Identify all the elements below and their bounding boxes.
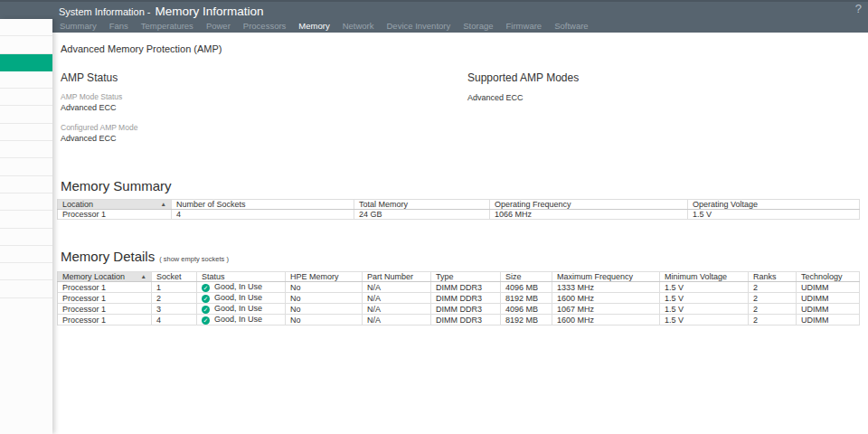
table-row: Processor 13✓Good, In UseNoN/ADIMM DDR34…	[58, 304, 860, 315]
cell: 8192 MB	[501, 315, 552, 326]
cell: Processor 1	[58, 293, 152, 304]
sidebar-item[interactable]	[0, 263, 52, 280]
tab-firmware[interactable]: Firmware	[506, 21, 542, 31]
cell: ✓Good, In Use	[197, 304, 286, 315]
column-header-number-of-sockets[interactable]: Number of Sockets	[172, 200, 354, 210]
column-header-label: Technology	[801, 272, 843, 281]
column-header-label: HPE Memory	[290, 272, 339, 281]
cell: UDIMM	[797, 293, 860, 304]
tab-software[interactable]: Software	[554, 21, 589, 31]
column-header-label: Part Number	[367, 272, 413, 281]
sidebar-item[interactable]	[0, 158, 52, 175]
cell: DIMM DDR3	[431, 293, 501, 304]
cell: DIMM DDR3	[431, 304, 501, 315]
column-header-size[interactable]: Size	[501, 272, 552, 282]
field-value: Advanced ECC	[61, 134, 467, 144]
sidebar-item[interactable]	[0, 246, 52, 263]
tab-power[interactable]: Power	[206, 21, 231, 31]
cell: 2	[749, 282, 797, 293]
sidebar-item[interactable]	[0, 36, 52, 53]
sidebar-item[interactable]	[0, 193, 52, 211]
tab-fans[interactable]: Fans	[109, 21, 128, 31]
column-header-operating-frequency[interactable]: Operating Frequency	[490, 200, 688, 210]
column-header-location[interactable]: Location▲	[58, 200, 172, 210]
cell: No	[286, 293, 363, 304]
column-header-label: Total Memory	[359, 200, 408, 209]
tab-network[interactable]: Network	[343, 21, 374, 31]
sort-ascending-icon: ▲	[141, 272, 146, 281]
cell: 1333 MHz	[552, 282, 660, 293]
column-header-label: Socket	[156, 272, 182, 281]
column-header-label: Number of Sockets	[176, 200, 246, 209]
table-row: Processor 1424 GB1066 MHz1.5 V	[58, 210, 860, 220]
cell: UDIMM	[797, 282, 860, 293]
cell: ✓Good, In Use	[197, 315, 286, 326]
cell: 1.5 V	[660, 315, 749, 326]
cell: 1.5 V	[660, 293, 749, 304]
cell: Processor 1	[58, 304, 152, 315]
top-header-bar: System Information - Memory Information …	[0, 0, 868, 33]
tab-processors[interactable]: Processors	[243, 21, 287, 31]
tab-bar: SummaryFansTemperaturesPowerProcessorsMe…	[52, 19, 868, 33]
amp-mode-status-field: AMP Mode Status Advanced ECC	[61, 92, 467, 113]
tab-summary[interactable]: Summary	[60, 21, 97, 31]
column-header-memory-location[interactable]: Memory Location▲	[58, 272, 152, 282]
memory-details-section: Memory Details ( show empty sockets ) Me…	[57, 249, 860, 326]
cell: 2	[152, 293, 197, 304]
cell: N/A	[363, 304, 431, 315]
cell: N/A	[363, 315, 431, 326]
page-title-row: System Information - Memory Information	[0, 2, 868, 19]
cell: 3	[152, 304, 197, 315]
sidebar-item[interactable]	[0, 229, 52, 246]
cell: ✓Good, In Use	[197, 293, 286, 304]
help-icon[interactable]: ?	[855, 2, 862, 15]
sidebar-item[interactable]	[0, 19, 52, 36]
sidebar-item[interactable]	[0, 176, 52, 193]
sidebar-item[interactable]	[0, 71, 52, 89]
column-header-label: Minimum Voltage	[665, 272, 727, 281]
column-header-type[interactable]: Type	[431, 272, 501, 282]
cell: 1.5 V	[688, 210, 860, 220]
column-header-label: Maximum Frequency	[557, 272, 633, 281]
column-header-hpe-memory[interactable]: HPE Memory	[286, 272, 363, 282]
column-header-socket[interactable]: Socket	[152, 272, 197, 282]
column-header-part-number[interactable]: Part Number	[363, 272, 431, 282]
sidebar-item[interactable]	[0, 124, 52, 141]
tab-memory[interactable]: Memory	[298, 21, 329, 31]
tab-device-inventory[interactable]: Device Inventory	[386, 21, 450, 31]
cell: No	[286, 315, 363, 326]
amp-status-heading: AMP Status	[61, 71, 467, 84]
column-header-technology[interactable]: Technology	[797, 272, 860, 282]
amp-section-title: Advanced Memory Protection (AMP)	[61, 43, 859, 55]
column-header-ranks[interactable]: Ranks	[749, 272, 797, 282]
column-header-total-memory[interactable]: Total Memory	[354, 200, 490, 210]
sidebar-item[interactable]	[0, 89, 52, 106]
sidebar-item[interactable]	[0, 211, 52, 228]
tab-storage[interactable]: Storage	[463, 21, 493, 31]
column-header-operating-voltage[interactable]: Operating Voltage	[688, 200, 860, 210]
field-label: AMP Mode Status	[61, 92, 467, 101]
cell: 4096 MB	[501, 282, 552, 293]
sidebar-item[interactable]	[0, 280, 52, 297]
cell: 1.5 V	[660, 282, 749, 293]
cell: DIMM DDR3	[431, 282, 501, 293]
memory-summary-table: Location▲Number of SocketsTotal MemoryOp…	[57, 199, 860, 220]
sidebar-item[interactable]	[0, 106, 52, 123]
cell: Processor 1	[58, 315, 152, 326]
supported-amp-modes-heading: Supported AMP Modes	[467, 71, 579, 84]
show-empty-sockets-toggle[interactable]: ( show empty sockets )	[159, 255, 229, 263]
memory-summary-title: Memory Summary	[57, 178, 860, 193]
sidebar-item[interactable]	[0, 141, 52, 158]
column-header-status[interactable]: Status	[197, 272, 286, 282]
table-row: Processor 14✓Good, In UseNoN/ADIMM DDR38…	[58, 315, 860, 326]
sidebar-item-active[interactable]	[0, 54, 52, 71]
column-header-minimum-voltage[interactable]: Minimum Voltage	[660, 272, 749, 282]
column-header-maximum-frequency[interactable]: Maximum Frequency	[552, 272, 660, 282]
cell: 4	[172, 210, 354, 220]
tab-temperatures[interactable]: Temperatures	[141, 21, 193, 31]
cell: 2	[749, 293, 797, 304]
cell: ✓Good, In Use	[197, 282, 286, 293]
memory-details-table: Memory Location▲SocketStatusHPE MemoryPa…	[57, 271, 860, 326]
cell: N/A	[363, 293, 431, 304]
amp-section: Advanced Memory Protection (AMP) AMP Sta…	[61, 43, 859, 144]
